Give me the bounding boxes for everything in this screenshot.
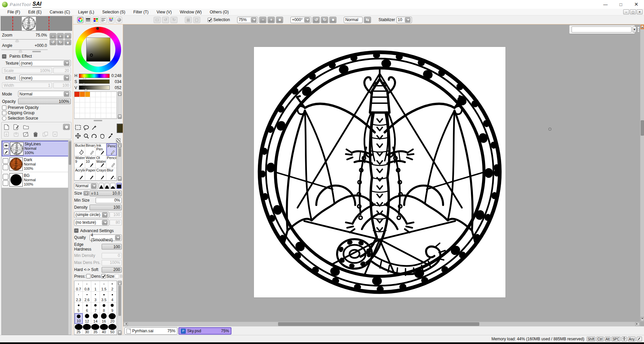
tool-bucket[interactable]: Bucket [74,143,85,156]
swatch[interactable] [106,113,112,119]
minimize-button[interactable]: — [598,0,613,9]
brush-size-item[interactable]: 7 [91,302,100,313]
close-button[interactable]: ✕ [629,0,644,9]
layer-visible-toggle[interactable] [3,174,8,180]
zoom-out-button[interactable]: − [50,33,56,39]
view-zoom-reset-button[interactable]: ■ [276,17,283,23]
tool-pencil-selected[interactable]: Pencil [106,143,117,156]
layer-opacity-bar[interactable]: 100% [18,98,71,104]
brush-texture-select[interactable]: (no texture) [74,219,109,226]
new-linework-layer-icon[interactable] [13,124,19,130]
invert-selection-button[interactable]: ▢ [193,17,200,23]
brush-size-item[interactable]: 4 [108,292,117,302]
swatch[interactable] [80,113,85,119]
layer-edit-toggle[interactable] [3,180,8,186]
chevron-down-icon[interactable] [64,61,69,66]
swatch[interactable] [74,97,80,102]
chevron-down-icon[interactable] [115,235,120,240]
view-zoom-out-button[interactable]: − [259,17,266,23]
brush-size-item[interactable]: 5 [74,302,83,313]
swatch[interactable] [101,102,106,108]
stabilizer-combo[interactable]: 10 [396,17,412,23]
view-rotate-reset-button[interactable]: ■ [329,17,336,23]
brush-size-item[interactable]: 1.5 [100,281,108,292]
layer-row-bg[interactable]: BG Normal 100% [2,172,71,188]
swatch[interactable] [96,108,101,113]
chevron-down-icon[interactable] [405,17,411,22]
primary-color-chip[interactable] [117,124,123,133]
tab-pyrrhian-sai[interactable]: Pyrrhian.sai 75% [124,327,177,335]
tool-crayon[interactable]: Crayon [96,168,106,181]
layer-edit-toggle[interactable] [3,164,8,170]
brush-size-item[interactable]: 25 [74,324,83,335]
brush-shape-flat[interactable] [110,183,115,189]
min-size-bar[interactable]: 0% [96,198,122,203]
swatch[interactable] [96,113,101,119]
clipping-group-checkbox[interactable] [2,111,6,115]
paste-layer-icon[interactable] [52,131,58,137]
swatch[interactable] [74,102,80,108]
swatch[interactable] [101,108,106,113]
view-angle-combo[interactable]: +000° [290,17,311,23]
selection-source-radio[interactable] [2,116,6,121]
collapse-icon[interactable]: − [74,228,78,233]
flip-view-button[interactable]: ⇆ [364,17,371,23]
swatch[interactable] [96,97,101,102]
delete-layer-icon[interactable] [32,131,39,137]
size-unit-button[interactable]: ▼ [84,191,89,196]
swatch[interactable] [111,113,117,119]
menu-layer[interactable]: Layer (L) [74,10,98,14]
menu-others[interactable]: Others (O) [206,10,233,14]
transparent-color-chip[interactable] [116,138,120,143]
navigator-angle-slider[interactable]: Angle +000.0 [1,43,48,50]
rotate-ccw-button[interactable]: ↺ [50,40,56,45]
brush-size-bar[interactable]: x 0.110.0 [90,191,122,196]
chevron-down-icon[interactable] [91,184,97,189]
texture-select[interactable]: (none) [19,60,71,66]
swatch[interactable] [96,102,101,108]
panel-grip[interactable] [32,51,41,52]
menu-file[interactable]: File (F) [3,10,24,14]
tool-pencil-2[interactable]: Pencil [106,156,117,168]
swatch[interactable] [85,102,91,108]
chevron-down-icon[interactable]: ▼ [633,26,636,32]
horizontal-scroll-thumb[interactable] [278,322,479,326]
swatch[interactable] [96,92,101,97]
zoom-tool-icon[interactable] [82,132,90,140]
copy-layer-icon[interactable] [42,131,49,137]
swatch[interactable] [85,108,91,113]
chevron-down-icon[interactable] [304,17,310,22]
brush-size-item[interactable]: 9 [108,302,117,313]
navigator-preview[interactable] [1,16,72,31]
tool-oil-water[interactable]: Ol Water [96,156,106,168]
chevron-down-icon[interactable] [102,212,108,217]
tool-ink-pen[interactable]: Ink Pen [96,143,106,156]
brush-blend-mode-select[interactable]: Normal [74,183,98,189]
hand-tool-icon[interactable] [98,132,106,140]
canvas-document[interactable] [254,47,505,297]
effect-select[interactable]: (none) [19,75,71,81]
layer-visible-toggle[interactable] [3,158,8,164]
brush-size-item[interactable]: 30 [83,324,91,335]
swatch-scrollbar[interactable] [118,91,122,119]
quick-search-input[interactable] [572,26,632,32]
doc-minimize-button[interactable]: – [623,9,629,14]
transfer-down-icon[interactable] [3,131,10,137]
color-mixer-panel-icon[interactable] [100,17,107,23]
swatch[interactable] [101,97,106,102]
scroll-up-arrow[interactable] [641,25,644,29]
chevron-down-icon[interactable] [64,91,69,96]
brush-size-item[interactable]: 0.8 [83,281,91,292]
brush-edge-select[interactable]: (simple circle) [74,212,109,218]
swatch[interactable] [74,113,80,119]
brush-size-item[interactable]: 16 [100,313,108,324]
swatch[interactable] [90,92,96,97]
rotate-tool-icon[interactable] [90,132,98,140]
swatch[interactable] [111,97,117,102]
color-wheel-panel-icon[interactable] [77,17,84,23]
deselect-button[interactable]: ▣ [185,17,192,23]
value-slider[interactable] [79,85,110,90]
swatch[interactable] [85,113,91,119]
press-size-checkbox[interactable] [101,274,106,278]
layer-visible-eye-icon[interactable] [3,143,9,148]
